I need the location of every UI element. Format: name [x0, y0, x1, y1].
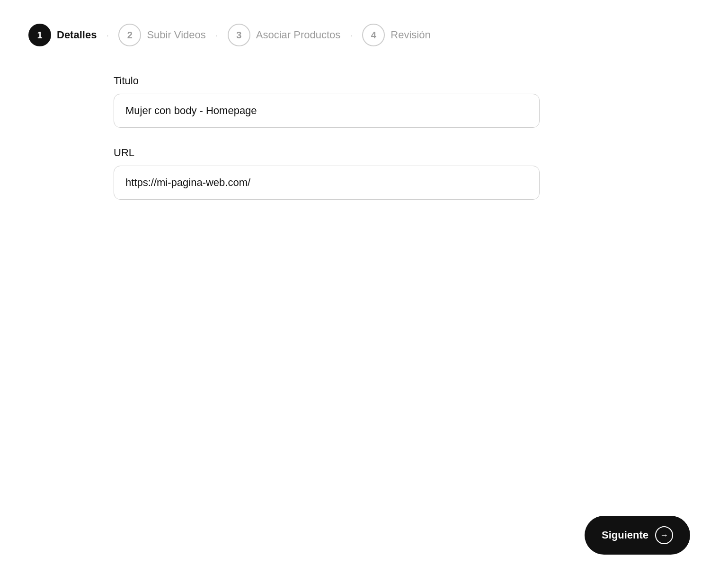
step-1: 1 Detalles: [28, 24, 97, 46]
step-4: 4 Revisión: [362, 24, 430, 46]
step-separator-1: ·: [100, 35, 115, 35]
step-4-circle: 4: [362, 24, 385, 46]
step-3: 3 Asociar Productos: [228, 24, 341, 46]
stepper: 1 Detalles · 2 Subir Videos · 3 Asociar …: [28, 19, 700, 46]
step-3-label: Asociar Productos: [256, 29, 341, 41]
url-group: URL: [114, 147, 540, 200]
form-container: Titulo URL: [114, 75, 540, 200]
title-input[interactable]: [114, 94, 540, 128]
page-container: 1 Detalles · 2 Subir Videos · 3 Asociar …: [0, 0, 728, 238]
step-separator-3: ·: [344, 35, 358, 35]
step-separator-2: ·: [210, 35, 224, 35]
step-3-circle: 3: [228, 24, 250, 46]
step-1-circle: 1: [28, 24, 51, 46]
title-group: Titulo: [114, 75, 540, 128]
step-2: 2 Subir Videos: [118, 24, 205, 46]
next-button-container: Siguiente →: [585, 516, 690, 555]
step-2-circle: 2: [118, 24, 141, 46]
url-input[interactable]: [114, 166, 540, 200]
next-button[interactable]: Siguiente →: [585, 516, 690, 555]
step-2-label: Subir Videos: [147, 29, 205, 41]
next-arrow-icon: →: [655, 526, 673, 544]
title-label: Titulo: [114, 75, 540, 87]
step-1-label: Detalles: [57, 29, 97, 41]
url-label: URL: [114, 147, 540, 159]
next-button-label: Siguiente: [602, 529, 648, 541]
step-4-label: Revisión: [391, 29, 430, 41]
